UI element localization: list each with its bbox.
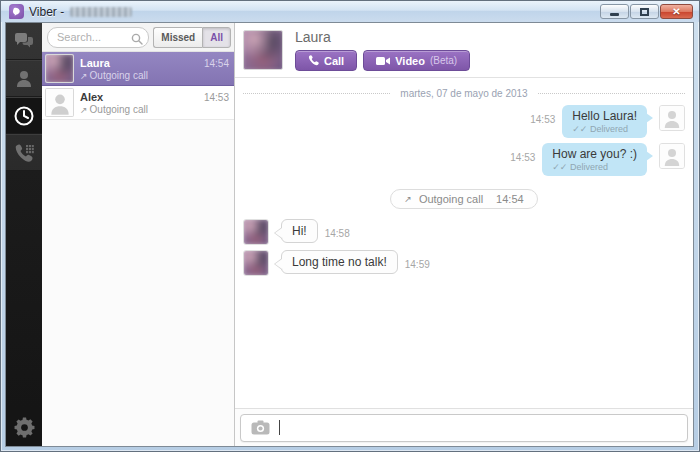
contact-time: 14:53 (204, 92, 229, 103)
video-beta-label: (Beta) (430, 55, 457, 66)
message-time: 14:58 (325, 228, 350, 239)
contact-status: ↗Outgoing call (80, 70, 229, 81)
avatar (45, 88, 74, 117)
search-icon (131, 31, 143, 49)
gear-icon (14, 417, 35, 438)
message-text: How are you? :) (552, 147, 637, 161)
chat-bubbles-icon (14, 33, 34, 49)
call-event-label: Outgoing call (419, 193, 483, 205)
laura-photo (45, 54, 74, 83)
contact-avatar (243, 219, 269, 245)
call-filter-segment: Missed All (153, 27, 231, 48)
contact-time: 14:54 (204, 58, 229, 69)
maximize-button[interactable] (630, 4, 659, 19)
delivered-check-icon: ✓✓ (572, 124, 587, 134)
call-button-label: Call (324, 55, 344, 67)
placeholder-avatar (660, 106, 684, 130)
contact-row-alex[interactable]: Alex 14:53 ↗Outgoing call (42, 86, 234, 120)
laura-photo (243, 219, 269, 245)
chat-header-buttons: Call Video (Beta) (295, 50, 470, 71)
message-time: 14:53 (530, 114, 555, 125)
rail-item-chats[interactable] (6, 23, 42, 60)
laura-photo (243, 30, 283, 70)
message-time: 14:59 (405, 259, 430, 270)
message-text: Long time no talk! (292, 255, 387, 269)
delivered-check-icon: ✓✓ (552, 162, 567, 172)
compose-box[interactable] (240, 414, 688, 442)
video-button[interactable]: Video (Beta) (363, 50, 470, 71)
contact-avatar (243, 250, 269, 276)
composer-input[interactable] (280, 415, 681, 441)
date-divider-label: martes, 07 de mayo de 2013 (390, 88, 537, 99)
window-controls: ✕ (600, 4, 693, 19)
message-bubble: Hello Laura! ✓✓ Delivered (562, 105, 647, 138)
contact-row-laura[interactable]: Laura 14:54 ↗Outgoing call (42, 52, 234, 86)
message-text: Hi! (292, 224, 307, 238)
maximize-icon (640, 8, 649, 16)
redacted-phone-number (70, 7, 132, 17)
video-camera-icon (376, 56, 390, 66)
avatar (45, 54, 74, 83)
message-incoming: Hi! 14:58 (243, 219, 685, 245)
composer-bar (235, 408, 693, 446)
message-status: ✓✓ Delivered (572, 124, 637, 134)
call-event-pill: ↗ Outgoing call 14:54 (390, 189, 537, 209)
call-event-time: 14:54 (496, 193, 524, 205)
app-body: Missed All Laura 14:54 ↗Outgoing call (5, 22, 694, 447)
call-button[interactable]: Call (295, 50, 357, 71)
contact-name: Alex (80, 91, 103, 103)
camera-button[interactable] (247, 418, 273, 438)
search-row: Missed All (42, 23, 234, 52)
message-bubble: How are you? :) ✓✓ Delivered (542, 143, 647, 176)
outgoing-call-arrow-icon: ↗ (80, 71, 88, 81)
laura-photo (243, 250, 269, 276)
contact-status-label: Outgoing call (90, 104, 148, 115)
window-title: Viber - (29, 5, 64, 19)
message-history: martes, 07 de mayo de 2013 14:53 Hello L… (235, 78, 693, 408)
own-avatar (659, 105, 685, 131)
placeholder-avatar (660, 144, 684, 168)
viber-logo-icon (9, 4, 24, 19)
contact-status: ↗Outgoing call (80, 104, 229, 115)
contact-status-label: Outgoing call (90, 70, 148, 81)
filter-missed-button[interactable]: Missed (153, 27, 202, 48)
rail-item-recents[interactable] (6, 97, 42, 134)
rail-item-contacts[interactable] (6, 60, 42, 97)
filter-all-button[interactable]: All (202, 27, 231, 48)
viber-window: Viber - ✕ (0, 0, 700, 452)
phone-icon (308, 55, 319, 66)
outgoing-call-arrow-icon: ↗ (404, 194, 412, 204)
left-rail (6, 23, 42, 446)
minimize-button[interactable] (600, 4, 629, 19)
settings-button[interactable] (6, 408, 42, 446)
chat-contact-name: Laura (295, 29, 470, 45)
rail-item-keypad[interactable] (6, 134, 42, 171)
camera-icon (251, 420, 270, 435)
message-bubble: Long time no talk! (281, 250, 398, 274)
titlebar: Viber - ✕ (1, 1, 699, 22)
video-button-label: Video (395, 55, 425, 67)
search-box (47, 27, 149, 48)
phone-keypad-icon (14, 144, 34, 162)
call-event-row: ↗ Outgoing call 14:54 (243, 189, 685, 209)
date-divider: martes, 07 de mayo de 2013 (243, 88, 685, 99)
clock-icon (14, 106, 34, 126)
message-incoming: Long time no talk! 14:59 (243, 250, 685, 276)
chat-header-main: Laura Call Video (Beta) (295, 29, 470, 71)
contact-person-icon (16, 70, 32, 88)
message-status-label: Delivered (590, 124, 628, 134)
close-icon: ✕ (672, 7, 680, 17)
chat-panel: Laura Call Video (Beta) (235, 23, 693, 446)
message-text: Hello Laura! (572, 109, 637, 123)
minimize-icon (610, 13, 619, 16)
contacts-panel: Missed All Laura 14:54 ↗Outgoing call (42, 23, 235, 446)
chat-header: Laura Call Video (Beta) (235, 23, 693, 78)
message-outgoing: 14:53 Hello Laura! ✓✓ Delivered (243, 105, 685, 138)
message-status: ✓✓ Delivered (552, 162, 637, 172)
placeholder-avatar (46, 89, 73, 116)
own-avatar (659, 143, 685, 169)
chat-contact-avatar (243, 30, 283, 70)
message-status-label: Delivered (570, 162, 608, 172)
close-button[interactable]: ✕ (660, 4, 693, 19)
outgoing-call-arrow-icon: ↗ (80, 105, 88, 115)
